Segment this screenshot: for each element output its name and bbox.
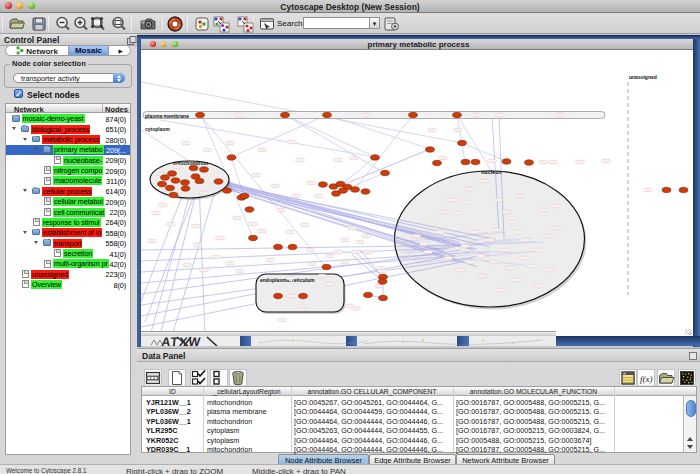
- svg-text:unassigned: unassigned: [629, 74, 657, 80]
- svg-text:cytoplasm: cytoplasm: [145, 126, 170, 132]
- svg-text:plasma membrane: plasma membrane: [145, 113, 189, 119]
- svg-text:nucleus: nucleus: [481, 169, 502, 175]
- svg-text:f(x): f(x): [640, 374, 653, 384]
